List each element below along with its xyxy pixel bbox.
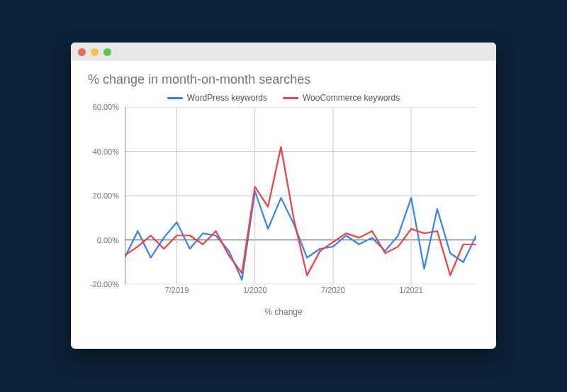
- y-tick-label: 60.00%: [93, 103, 119, 111]
- chart-title: % change in month-on-month searches: [88, 72, 483, 87]
- legend-label: WooCommerce keywords: [303, 93, 400, 103]
- y-tick-label: 20.00%: [93, 191, 119, 200]
- window-titlebar: [71, 43, 496, 61]
- x-tick-label: 1/2021: [399, 286, 423, 294]
- window-zoom-icon[interactable]: [103, 48, 111, 56]
- x-axis-labels: 7/20191/20207/20201/2021: [125, 284, 476, 297]
- window-minimize-icon[interactable]: [91, 48, 99, 56]
- legend-swatch-icon: [167, 97, 183, 99]
- x-tick-label: 7/2020: [321, 286, 345, 294]
- y-tick-label: 40.00%: [93, 147, 119, 156]
- legend-item: WooCommerce keywords: [283, 93, 400, 103]
- chart-container: % change in month-on-month searches Word…: [71, 61, 496, 349]
- x-tick-label: 7/2019: [165, 286, 189, 294]
- legend-label: WordPress keywords: [187, 93, 267, 103]
- legend-item: WordPress keywords: [167, 93, 267, 103]
- y-axis-labels: -20.00%0.00%20.00%40.00%60.00%: [84, 107, 122, 284]
- x-tick-label: 1/2020: [243, 286, 267, 294]
- chart-legend: WordPress keywords WooCommerce keywords: [84, 93, 483, 103]
- y-tick-label: 0.00%: [97, 236, 119, 245]
- plot-area: [125, 107, 476, 284]
- y-tick-label: -20.00%: [90, 280, 119, 289]
- chart-svg: [125, 107, 476, 284]
- x-axis-title: % change: [84, 307, 483, 317]
- window-close-icon[interactable]: [78, 48, 86, 56]
- legend-swatch-icon: [283, 97, 298, 99]
- app-window: % change in month-on-month searches Word…: [71, 43, 496, 349]
